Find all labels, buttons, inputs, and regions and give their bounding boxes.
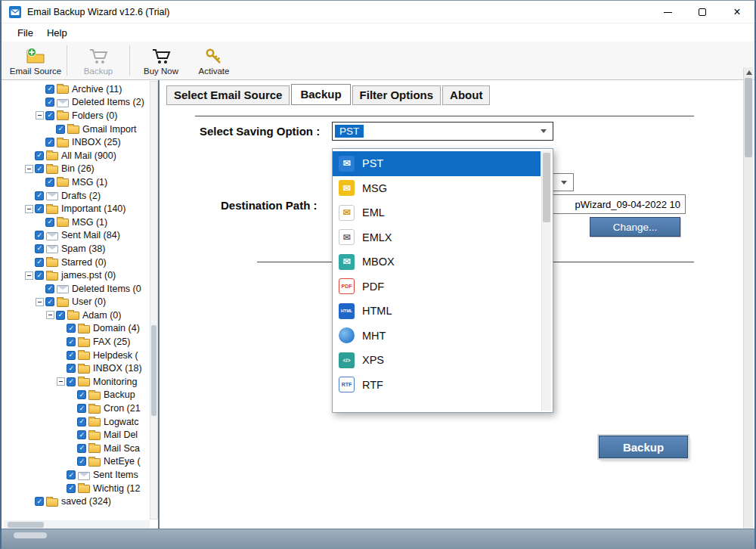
tree-item[interactable]: Deleted Items (0 (4, 282, 150, 296)
checkbox-checked-icon[interactable] (56, 125, 65, 134)
checkbox-checked-icon[interactable] (67, 337, 76, 346)
checkbox-checked-icon[interactable] (35, 231, 44, 240)
checkbox-checked-icon[interactable] (35, 244, 44, 253)
dropdown-option[interactable]: </> XPS (333, 348, 541, 373)
tab-backup[interactable]: Backup (291, 84, 350, 105)
tree-item[interactable]: MSG (1) (4, 175, 150, 189)
checkbox-checked-icon[interactable] (67, 484, 76, 493)
checkbox-checked-icon[interactable] (77, 444, 86, 453)
tree-item[interactable]: All Mail (900) (4, 149, 150, 163)
maximize-button[interactable] (685, 1, 720, 23)
tab-select-email-source[interactable]: Select Email Source (166, 85, 290, 105)
dropdown-option[interactable]: ✉ EMLX (333, 225, 541, 250)
dropdown-option[interactable]: ✉ MBOX (333, 250, 541, 274)
tree-item[interactable]: INBOX (18) (4, 361, 150, 375)
tree-item[interactable]: Monitoring (4, 375, 150, 389)
tree-item[interactable]: Mail Del (4, 428, 150, 442)
checkbox-checked-icon[interactable] (45, 178, 54, 187)
checkbox-checked-icon[interactable] (67, 377, 76, 386)
backup-toolbar-button[interactable]: Backup (72, 42, 125, 79)
checkbox-checked-icon[interactable] (67, 364, 76, 373)
tree-item[interactable]: Sent Mail (84) (4, 229, 150, 243)
tree-item[interactable]: Spam (38) (4, 242, 150, 256)
checkbox-checked-icon[interactable] (45, 85, 54, 94)
menu-file[interactable]: File (11, 26, 40, 40)
checkbox-checked-icon[interactable] (35, 204, 44, 213)
checkbox-checked-icon[interactable] (35, 151, 44, 160)
tree-collapse-icon[interactable] (25, 165, 33, 173)
checkbox-checked-icon[interactable] (45, 138, 54, 147)
tree-collapse-icon[interactable] (25, 205, 33, 213)
dropdown-option[interactable]: MHT (333, 324, 541, 349)
dropdown-option[interactable]: HTML HTML (333, 299, 541, 324)
dropdown-option[interactable]: ✉ MSG (333, 176, 541, 201)
email-source-button[interactable]: Email Source (9, 42, 62, 79)
activate-button[interactable]: Activate (187, 42, 240, 79)
tree-item[interactable]: james.pst (0) (4, 268, 150, 282)
tree-collapse-icon[interactable] (36, 298, 44, 306)
tree-item[interactable]: Mail Sca (4, 442, 150, 455)
checkbox-checked-icon[interactable] (77, 430, 86, 439)
dropdown-option[interactable]: RTF RTF (333, 373, 541, 398)
checkbox-checked-icon[interactable] (77, 404, 86, 413)
scroll-up-arrow-icon[interactable] (746, 70, 752, 75)
tree-item[interactable]: Adam (0) (4, 309, 150, 322)
tree-item[interactable]: Helpdesk ( (4, 349, 150, 362)
tree-collapse-icon[interactable] (57, 377, 65, 386)
tree-item[interactable]: Important (140) (4, 202, 150, 216)
saving-option-combobox[interactable]: PST (332, 122, 553, 141)
dropdown-scrollbar[interactable] (541, 150, 551, 411)
tree-item[interactable]: Drafts (2) (4, 189, 150, 203)
tree-horizontal-scrollbar-thumb[interactable] (8, 522, 44, 528)
tree-item[interactable]: INBOX (25) (4, 135, 150, 149)
checkbox-checked-icon[interactable] (77, 390, 86, 399)
checkbox-checked-icon[interactable] (45, 218, 54, 227)
tree-item[interactable]: FAX (25) (4, 335, 150, 349)
checkbox-checked-icon[interactable] (35, 497, 44, 506)
tree-item[interactable]: Starred (0) (4, 256, 150, 269)
tree-item[interactable]: Bin (26) (4, 163, 150, 176)
tree-item[interactable]: Gmail Import (4, 123, 150, 136)
checkbox-checked-icon[interactable] (77, 417, 86, 426)
checkbox-checked-icon[interactable] (45, 111, 54, 120)
tree-item[interactable]: Folders (0) (4, 109, 150, 123)
tree-item[interactable]: Domain (4) (4, 322, 150, 336)
tree-item[interactable]: Deleted Items (2) (4, 96, 150, 110)
checkbox-checked-icon[interactable] (67, 324, 76, 333)
checkbox-checked-icon[interactable] (45, 98, 54, 107)
checkbox-checked-icon[interactable] (35, 191, 44, 200)
tree-item[interactable]: Sent Items (4, 468, 150, 482)
checkbox-checked-icon[interactable] (56, 311, 65, 320)
tree-item[interactable]: saved (324) (4, 495, 150, 508)
change-button[interactable]: Change... (590, 217, 680, 237)
checkbox-checked-icon[interactable] (67, 470, 76, 479)
backup-button[interactable]: Backup (599, 436, 688, 458)
buy-now-button[interactable]: Buy Now (135, 42, 187, 79)
checkbox-checked-icon[interactable] (77, 457, 86, 466)
tree-vertical-scrollbar-thumb[interactable] (151, 325, 156, 416)
menu-help[interactable]: Help (40, 26, 74, 40)
minimize-button[interactable] (650, 1, 685, 23)
checkbox-checked-icon[interactable] (45, 297, 54, 306)
app-vertical-scrollbar[interactable] (743, 67, 753, 530)
tree-item[interactable]: MSG (1) (4, 216, 150, 229)
dropdown-option[interactable]: ✉ PST (333, 151, 541, 176)
tree-item[interactable]: Backup (4, 389, 150, 402)
tab-about[interactable]: About (442, 85, 490, 105)
tree-item[interactable]: Wichtig (12 (4, 482, 150, 495)
tree-collapse-icon[interactable] (25, 271, 33, 280)
tree-item[interactable]: Archive (11) (4, 82, 150, 96)
tree-vertical-scrollbar[interactable] (150, 81, 158, 520)
tree-item[interactable]: NetEye ( (4, 455, 150, 469)
checkbox-checked-icon[interactable] (35, 258, 44, 267)
checkbox-checked-icon[interactable] (35, 164, 44, 173)
dropdown-option[interactable]: PDF PDF (333, 274, 541, 299)
app-vertical-scrollbar-thumb[interactable] (745, 78, 752, 157)
dropdown-scrollbar-thumb[interactable] (543, 153, 550, 222)
checkbox-checked-icon[interactable] (45, 284, 54, 293)
tree-item[interactable]: Logwatc (4, 415, 150, 429)
tab-filter-options[interactable]: Filter Options (352, 85, 442, 105)
dropdown-option[interactable]: ✉ EML (333, 200, 541, 225)
checkbox-checked-icon[interactable] (35, 271, 44, 280)
close-button[interactable]: × (720, 1, 754, 23)
